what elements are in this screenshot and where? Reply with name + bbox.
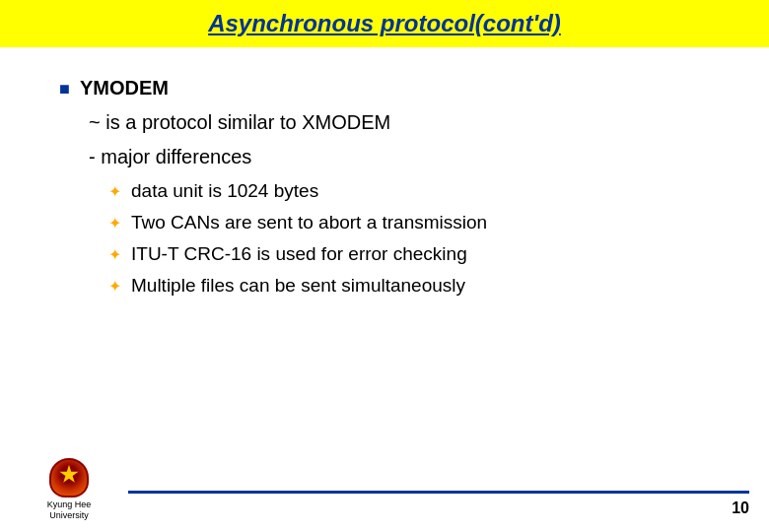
list-item: ✦ ITU-T CRC-16 is used for error checkin… <box>108 243 710 265</box>
differences-header: - major differences <box>89 146 710 168</box>
slide-content: ■ YMODEM ~ is a protocol similar to XMOD… <box>0 67 769 316</box>
bullet-diamond-icon-3: ✦ <box>108 245 121 264</box>
bullet-diamond-icon-2: ✦ <box>108 214 121 233</box>
bullet-text-1: data unit is 1024 bytes <box>131 180 318 202</box>
main-bullet-text: YMODEM <box>80 77 169 100</box>
crest-icon <box>49 458 89 498</box>
main-bullet-icon: ■ <box>59 79 70 100</box>
list-item: ✦ data unit is 1024 bytes <box>108 180 710 202</box>
footer: Kyung Hee University 10 <box>0 458 769 522</box>
slide-title: Asynchronous protocol(cont'd) <box>208 10 561 36</box>
sub-bullet-group: ✦ data unit is 1024 bytes ✦ Two CANs are… <box>108 180 710 297</box>
main-bullet-ymodem: ■ YMODEM <box>59 77 710 100</box>
title-bar: Asynchronous protocol(cont'd) <box>0 0 769 47</box>
bullet-diamond-icon-4: ✦ <box>108 277 121 296</box>
bullet-text-3: ITU-T CRC-16 is used for error checking <box>131 243 467 265</box>
sub-intro-line: ~ is a protocol similar to XMODEM <box>89 111 710 134</box>
footer-divider <box>128 491 749 494</box>
footer-line-container: 10 <box>128 491 749 522</box>
list-item: ✦ Two CANs are sent to abort a transmiss… <box>108 212 710 233</box>
bullet-text-2: Two CANs are sent to abort a transmissio… <box>131 212 487 233</box>
university-logo: Kyung Hee University <box>20 458 118 522</box>
bullet-text-4: Multiple files can be sent simultaneousl… <box>131 275 465 297</box>
bullet-diamond-icon-1: ✦ <box>108 182 121 201</box>
page-number: 10 <box>732 499 749 517</box>
slide: Asynchronous protocol(cont'd) ■ YMODEM ~… <box>0 0 769 532</box>
university-name: Kyung Hee University <box>47 499 92 522</box>
list-item: ✦ Multiple files can be sent simultaneou… <box>108 275 710 297</box>
